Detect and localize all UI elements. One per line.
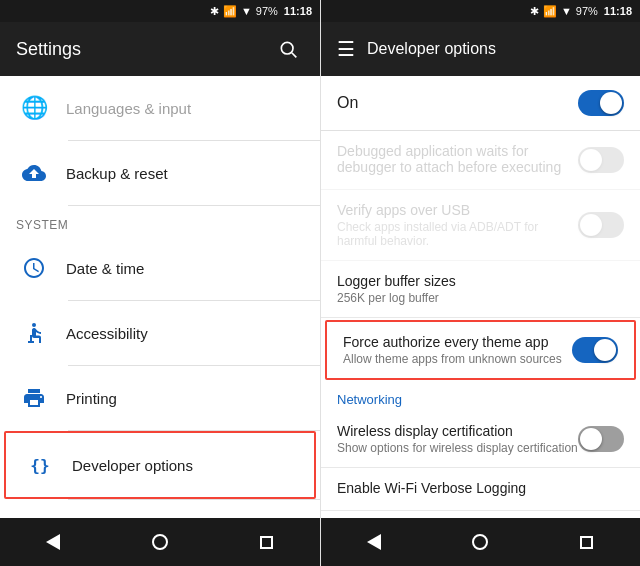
svg-line-1 <box>292 53 297 58</box>
force-authorize-toggle[interactable] <box>572 337 618 363</box>
verify-usb-toggle[interactable] <box>578 212 624 238</box>
dev-options-title: Developer options <box>367 40 496 58</box>
on-off-toggle[interactable] <box>578 90 624 116</box>
right-phone-icon: 📶 <box>543 5 557 18</box>
debugger-wait-text: Debugged application waits for debugger … <box>337 143 578 177</box>
debugger-wait-title: Debugged application waits for debugger … <box>337 143 578 175</box>
left-panel: ✱ 📶 ▼ 97% 11:18 Settings 🌐 Languages & i… <box>0 0 320 566</box>
back-icon <box>46 534 60 550</box>
svg-point-2 <box>32 323 36 327</box>
on-off-row[interactable]: On <box>321 76 640 131</box>
search-button[interactable] <box>272 33 304 65</box>
logger-buffer-text: Logger buffer sizes 256K per log buffer <box>337 273 624 305</box>
right-time: 11:18 <box>604 5 632 17</box>
on-off-label: On <box>337 94 578 112</box>
wireless-display-subtitle: Show options for wireless display certif… <box>337 441 578 455</box>
force-authorize-text: Force authorize every theme app Allow th… <box>343 334 572 366</box>
home-button[interactable] <box>130 518 190 566</box>
list-item-printing[interactable]: Printing <box>0 366 320 430</box>
wifi-icon: ▼ <box>241 5 252 17</box>
right-battery-text: 97% <box>576 5 598 17</box>
home-icon <box>152 534 168 550</box>
list-item-backup[interactable]: Backup & reset <box>0 141 320 205</box>
dev-row-debugger-wait[interactable]: Debugged application waits for debugger … <box>321 131 640 190</box>
networking-section-header: Networking <box>321 382 640 411</box>
dev-options-list: On Debugged application waits for debugg… <box>321 76 640 518</box>
list-item-languages[interactable]: 🌐 Languages & input <box>0 76 320 140</box>
wifi-verbose-title: Enable Wi-Fi Verbose Logging <box>337 480 624 496</box>
dev-row-verify-usb[interactable]: Verify apps over USB Check apps installe… <box>321 190 640 261</box>
force-authorize-subtitle: Allow theme apps from unknown sources <box>343 352 572 366</box>
printing-icon <box>16 380 52 416</box>
bluetooth-icon: ✱ <box>210 5 219 18</box>
verify-usb-text: Verify apps over USB Check apps installe… <box>337 202 578 248</box>
settings-list: 🌐 Languages & input Backup & reset Syste… <box>0 76 320 518</box>
dev-row-wifi-verbose[interactable]: Enable Wi-Fi Verbose Logging <box>321 468 640 511</box>
right-panel: ✱ 📶 ▼ 97% 11:18 ☰ Developer options On D… <box>320 0 640 566</box>
developer-icon: {} <box>22 447 58 483</box>
right-recent-icon <box>580 536 593 549</box>
left-time: 11:18 <box>284 5 312 17</box>
left-toolbar: Settings <box>0 22 320 76</box>
dev-row-logger-buffer[interactable]: Logger buffer sizes 256K per log buffer <box>321 261 640 318</box>
debugger-wait-toggle[interactable] <box>578 147 624 173</box>
left-status-bar: ✱ 📶 ▼ 97% 11:18 <box>0 0 320 22</box>
wifi-verbose-text: Enable Wi-Fi Verbose Logging <box>337 480 624 498</box>
right-home-icon <box>472 534 488 550</box>
wireless-display-toggle[interactable] <box>578 426 624 452</box>
right-nav-bar <box>321 518 640 566</box>
hamburger-button[interactable]: ☰ <box>337 37 355 61</box>
system-section-header: System <box>0 206 320 236</box>
list-item-about[interactable]: About phone <box>0 500 320 518</box>
right-recent-button[interactable] <box>557 518 617 566</box>
backup-label: Backup & reset <box>66 165 168 182</box>
logger-buffer-title: Logger buffer sizes <box>337 273 624 289</box>
dev-row-force-authorize[interactable]: Force authorize every theme app Allow th… <box>325 320 636 380</box>
languages-icon: 🌐 <box>16 90 52 126</box>
force-authorize-title: Force authorize every theme app <box>343 334 572 350</box>
back-button[interactable] <box>23 518 83 566</box>
settings-title: Settings <box>16 39 272 60</box>
logger-buffer-subtitle: 256K per log buffer <box>337 291 624 305</box>
list-item-date-time[interactable]: Date & time <box>0 236 320 300</box>
phone-icon: 📶 <box>223 5 237 18</box>
right-status-bar: ✱ 📶 ▼ 97% 11:18 <box>321 0 640 22</box>
wireless-display-text: Wireless display certification Show opti… <box>337 423 578 455</box>
battery-text: 97% <box>256 5 278 17</box>
right-bluetooth-icon: ✱ <box>530 5 539 18</box>
date-time-icon <box>16 250 52 286</box>
left-nav-bar <box>0 518 320 566</box>
right-back-button[interactable] <box>344 518 404 566</box>
verify-usb-subtitle: Check apps installed via ADB/ADT for har… <box>337 220 578 248</box>
recent-icon <box>260 536 273 549</box>
right-toolbar: ☰ Developer options <box>321 22 640 76</box>
right-wifi-icon: ▼ <box>561 5 572 17</box>
backup-icon <box>16 155 52 191</box>
printing-label: Printing <box>66 390 117 407</box>
verify-usb-title: Verify apps over USB <box>337 202 578 218</box>
recent-button[interactable] <box>237 518 297 566</box>
languages-label: Languages & input <box>66 100 191 117</box>
list-item-developer[interactable]: {} Developer options <box>4 431 316 499</box>
accessibility-label: Accessibility <box>66 325 148 342</box>
dev-row-wireless-display[interactable]: Wireless display certification Show opti… <box>321 411 640 468</box>
developer-label: Developer options <box>72 457 193 474</box>
right-back-icon <box>367 534 381 550</box>
right-home-button[interactable] <box>450 518 510 566</box>
date-time-label: Date & time <box>66 260 144 277</box>
svg-point-0 <box>281 42 293 54</box>
accessibility-icon <box>16 315 52 351</box>
wireless-display-title: Wireless display certification <box>337 423 578 439</box>
list-item-accessibility[interactable]: Accessibility <box>0 301 320 365</box>
